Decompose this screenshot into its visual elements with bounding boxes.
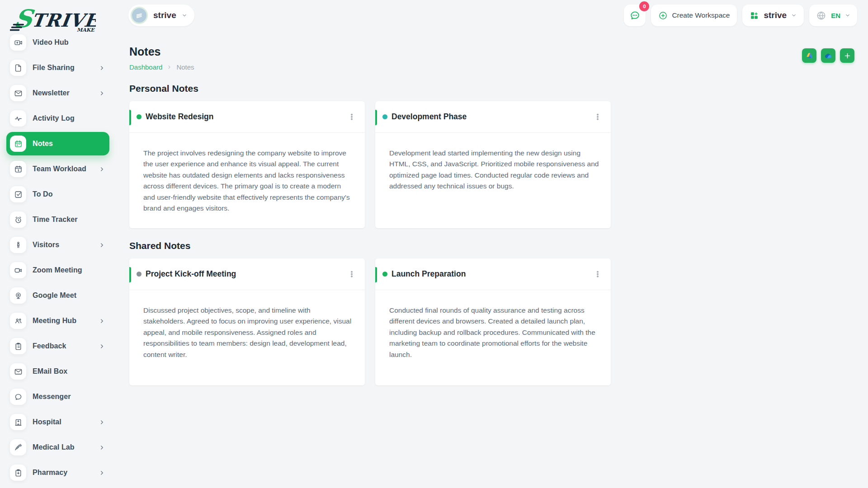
chevron-right-icon xyxy=(99,419,105,425)
notes-calendar-icon xyxy=(14,140,23,148)
card-accent-bar xyxy=(375,110,377,125)
note-title: Development Phase xyxy=(392,112,467,122)
sidebar-item-pharmacy[interactable]: Pharmacy xyxy=(0,460,117,485)
sidebar-item-video-hub[interactable]: Video Hub xyxy=(0,30,117,55)
syringe-icon xyxy=(14,443,23,452)
sidebar-item-label: Activity Log xyxy=(33,114,75,122)
chevron-right-icon xyxy=(99,65,105,71)
notes-section: Personal Notes Website Redesign The proj… xyxy=(129,83,854,228)
chevron-right-icon xyxy=(99,242,105,248)
onedrive-button[interactable] xyxy=(821,48,835,63)
chevron-right-icon xyxy=(99,470,105,476)
language-selector[interactable]: EN xyxy=(809,5,857,26)
note-title: Project Kick-off Meeting xyxy=(146,269,236,279)
webcam-icon xyxy=(14,291,23,300)
sidebar-item-team-workload[interactable]: Team Workload xyxy=(0,156,117,182)
card-header: Website Redesign xyxy=(129,101,365,133)
sidebar-icon-chip xyxy=(10,237,26,253)
kebab-menu-button[interactable] xyxy=(591,267,604,281)
sidebar-item-feedback[interactable]: Feedback xyxy=(0,333,117,359)
calendar-icon xyxy=(14,165,23,174)
globe-icon xyxy=(816,10,826,21)
sidebar-item-file-sharing[interactable]: File Sharing xyxy=(0,55,117,80)
sidebar-item-email-box[interactable]: EMail Box xyxy=(0,359,117,384)
sidebar-icon-chip xyxy=(10,161,26,177)
chat-button[interactable]: 0 xyxy=(624,5,646,26)
create-workspace-button[interactable]: Create Workspace xyxy=(651,5,737,26)
sidebar-item-label: Meeting Hub xyxy=(33,317,76,325)
sidebar-icon-chip xyxy=(10,211,26,228)
sidebar-item-label: Notes xyxy=(33,140,53,148)
sidebar-item-label: Time Tracker xyxy=(33,216,78,224)
sidebar-item-activity-log[interactable]: Activity Log xyxy=(0,106,117,131)
page-head: Notes Dashboard Notes xyxy=(129,45,854,71)
sidebar-item-messenger[interactable]: Messenger xyxy=(0,384,117,409)
file-icon xyxy=(14,64,23,72)
sidebar-item-google-meet[interactable]: Google Meet xyxy=(0,283,117,308)
main-column: strive 0 Create Workspace strive xyxy=(117,0,868,488)
sidebar-item-newsletter[interactable]: Newsletter xyxy=(0,80,117,106)
workspace-name: strive xyxy=(153,10,176,20)
card-header: Project Kick-off Meeting xyxy=(129,258,365,290)
sidebar-item-label: Google Meet xyxy=(33,291,76,300)
note-card: Launch Preparation Conducted final round… xyxy=(375,258,611,385)
topbar-right: 0 Create Workspace strive EN xyxy=(624,5,857,26)
workspace-menu-label: strive xyxy=(764,10,787,20)
brand-logo[interactable]: S TRIVE MAKE xyxy=(0,0,117,30)
content: Notes Dashboard Notes Personal Notes Web… xyxy=(117,31,868,385)
sidebar-icon-chip xyxy=(10,34,26,51)
status-dot-icon xyxy=(137,114,142,119)
sidebar-item-zoom-meeting[interactable]: Zoom Meeting xyxy=(0,258,117,283)
sidebar-item-label: File Sharing xyxy=(33,64,75,72)
chevron-right-icon xyxy=(99,318,105,324)
topbar: strive 0 Create Workspace strive xyxy=(117,0,868,31)
sidebar-item-label: Visitors xyxy=(33,241,59,249)
sidebar-item-time-tracker[interactable]: Time Tracker xyxy=(0,207,117,232)
strive-logo-graphic: S TRIVE MAKE xyxy=(10,6,96,33)
sidebar-icon-chip xyxy=(10,110,26,127)
plus-icon xyxy=(844,52,851,60)
workspace-switcher[interactable]: strive xyxy=(128,5,194,26)
note-body: Discussed project objectives, scope, and… xyxy=(143,305,354,360)
breadcrumb-current: Notes xyxy=(176,63,194,71)
chevron-down-icon xyxy=(182,13,187,18)
kebab-menu-button[interactable] xyxy=(591,110,604,124)
card-accent-bar xyxy=(129,267,131,282)
sidebar-item-hospital[interactable]: Hospital xyxy=(0,409,117,435)
sidebar-icon-chip xyxy=(10,338,26,354)
card-header: Launch Preparation xyxy=(375,258,611,290)
workspace-menu-button[interactable]: strive xyxy=(742,5,804,26)
sidebar-item-visitors[interactable]: Visitors xyxy=(0,232,117,258)
kebab-menu-button[interactable] xyxy=(345,110,359,124)
sidebar-item-label: EMail Box xyxy=(33,367,67,375)
notes-sections: Personal Notes Website Redesign The proj… xyxy=(129,83,854,385)
sidebar-item-medical-lab[interactable]: Medical Lab xyxy=(0,435,117,460)
sidebar-item-label: Pharmacy xyxy=(33,469,67,477)
chevron-right-icon xyxy=(99,90,105,96)
building-icon xyxy=(134,10,144,20)
sidebar-item-label: Medical Lab xyxy=(33,443,75,451)
chevron-right-icon xyxy=(99,343,105,349)
language-label: EN xyxy=(831,12,840,19)
add-note-button[interactable] xyxy=(840,48,854,63)
note-card: Development Phase Development lead start… xyxy=(375,101,611,228)
envelope-icon xyxy=(14,89,23,98)
sidebar-icon-chip xyxy=(10,363,26,380)
cards-grid: Project Kick-off Meeting Discussed proje… xyxy=(129,258,854,385)
sidebar-item-to-do[interactable]: To Do xyxy=(0,182,117,207)
card-accent-bar xyxy=(375,267,377,282)
status-dot-icon xyxy=(382,114,387,119)
breadcrumb-dashboard[interactable]: Dashboard xyxy=(129,63,162,71)
sidebar-item-notes[interactable]: Notes xyxy=(6,132,109,155)
kebab-menu-button[interactable] xyxy=(345,267,359,281)
sidebar-item-label: Video Hub xyxy=(33,38,69,47)
sidebar-item-meeting-hub[interactable]: Meeting Hub xyxy=(0,308,117,333)
chevron-down-icon xyxy=(845,13,850,18)
chat-bubble-icon xyxy=(14,393,23,401)
google-drive-button[interactable] xyxy=(802,48,816,63)
plus-circle-icon xyxy=(658,11,668,20)
sidebar-item-label: Feedback xyxy=(33,342,66,350)
google-drive-icon xyxy=(806,52,813,60)
chat-icon xyxy=(629,10,641,21)
sidebar-item-label: Zoom Meeting xyxy=(33,266,82,274)
